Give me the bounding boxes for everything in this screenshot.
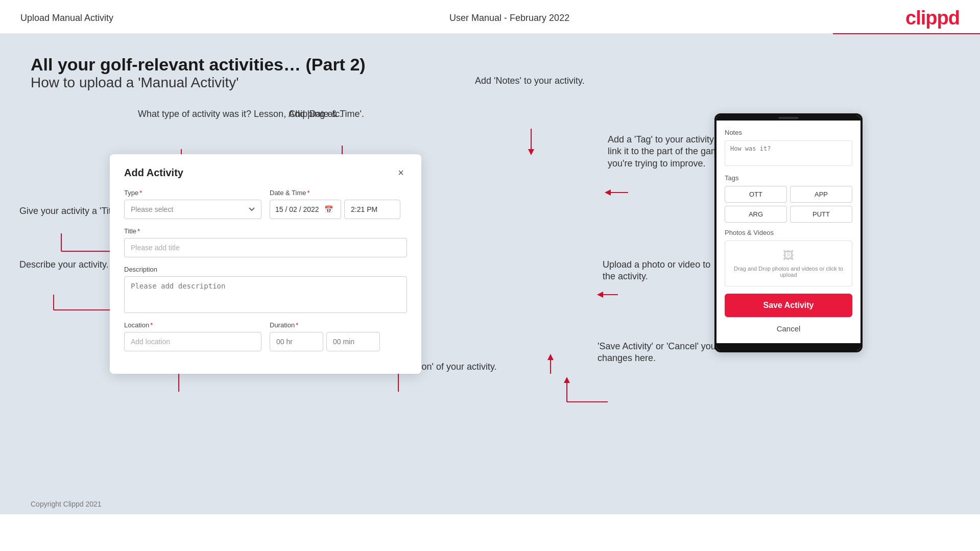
tags-label: Tags — [725, 174, 852, 182]
duration-label: Duration* — [270, 321, 407, 329]
close-button[interactable]: × — [395, 166, 407, 179]
heading-bold: All your golf-relevant activities… (Part… — [31, 55, 949, 75]
description-textarea[interactable] — [124, 276, 407, 313]
upload-icon: 🖼 — [783, 249, 794, 262]
date-input[interactable]: 15 / 02 / 2022 📅 — [270, 200, 341, 219]
svg-marker-26 — [547, 354, 554, 360]
tags-grid: OTT APP ARG PUTT — [725, 186, 852, 223]
form-row-3: Description — [124, 266, 407, 313]
dialog-title: Add Activity — [124, 167, 183, 179]
location-input[interactable] — [124, 332, 261, 351]
top-bar: Upload Manual Activity User Manual - Feb… — [0, 0, 980, 34]
main-content: All your golf-relevant activities… (Part… — [0, 34, 980, 514]
location-label: Location* — [124, 321, 261, 329]
svg-marker-21 — [605, 189, 611, 196]
notes-textarea[interactable] — [725, 140, 852, 166]
type-select[interactable]: Please select — [124, 200, 261, 219]
footer: Copyright Clippd 2021 — [31, 500, 102, 508]
svg-marker-29 — [564, 377, 570, 383]
photos-label: Photos & Videos — [725, 229, 852, 236]
photos-section: Photos & Videos 🖼 Drag and Drop photos a… — [725, 229, 852, 286]
date-time-inputs: 15 / 02 / 2022 📅 — [270, 200, 407, 219]
type-label: Type* — [124, 189, 261, 197]
top-center-title: User Manual - February 2022 — [449, 13, 569, 23]
svg-marker-24 — [597, 292, 603, 298]
top-left-title: Upload Manual Activity — [20, 13, 113, 23]
save-activity-button[interactable]: Save Activity — [725, 294, 852, 317]
tag-app[interactable]: APP — [790, 186, 852, 203]
duration-group: Duration* — [270, 321, 407, 351]
title-input[interactable] — [124, 238, 407, 257]
duration-hr-input[interactable] — [270, 332, 323, 351]
title-group: Title* — [124, 227, 407, 257]
duration-inputs — [270, 332, 407, 351]
annotation-save: 'Save Activity' or 'Cancel' your changes… — [597, 341, 730, 365]
duration-min-input[interactable] — [326, 332, 380, 351]
annotation-notes: Add 'Notes' to your activity. — [475, 75, 585, 87]
form-row-1: Type* Please select Date & Time* 15 / 02… — [124, 189, 407, 219]
phone-mockup: Notes Tags OTT APP ARG PUTT Photos & Vid… — [714, 113, 863, 352]
tag-putt[interactable]: PUTT — [790, 206, 852, 223]
description-group: Description — [124, 266, 407, 313]
svg-marker-18 — [528, 149, 534, 155]
notes-label: Notes — [725, 129, 852, 136]
tag-ott[interactable]: OTT — [725, 186, 787, 203]
location-group: Location* — [124, 321, 261, 351]
dialog-header: Add Activity × — [124, 166, 407, 179]
title-label: Title* — [124, 227, 407, 235]
add-activity-dialog: Add Activity × Type* Please select Date … — [110, 154, 421, 374]
phone-inner: Notes Tags OTT APP ARG PUTT Photos & Vid… — [716, 121, 861, 343]
upload-box[interactable]: 🖼 Drag and Drop photos and videos or cli… — [725, 241, 852, 286]
annotation-description: Describe your activity. — [19, 259, 109, 271]
form-row-2: Title* — [124, 227, 407, 257]
description-label: Description — [124, 266, 407, 273]
annotation-upload: Upload a photo or video to the activity. — [603, 259, 715, 283]
datetime-group: Date & Time* 15 / 02 / 2022 📅 — [270, 189, 407, 219]
annotation-tags: Add a 'Tag' to your activity to link it … — [608, 134, 730, 170]
tags-section: Tags OTT APP ARG PUTT — [725, 174, 852, 223]
annotation-datetime: Add 'Date & Time'. — [289, 108, 364, 120]
tag-arg[interactable]: ARG — [725, 206, 787, 223]
logo: clippd — [905, 7, 960, 29]
copyright-text: Copyright Clippd 2021 — [31, 500, 102, 508]
datetime-label: Date & Time* — [270, 189, 407, 197]
time-input[interactable] — [344, 200, 400, 219]
calendar-icon[interactable]: 📅 — [324, 205, 333, 213]
form-row-4: Location* Duration* — [124, 321, 407, 351]
cancel-button[interactable]: Cancel — [725, 322, 852, 335]
upload-text: Drag and Drop photos and videos or click… — [730, 266, 847, 278]
annotation-title: Give your activity a 'Title'. — [19, 205, 123, 217]
type-group: Type* Please select — [124, 189, 261, 219]
